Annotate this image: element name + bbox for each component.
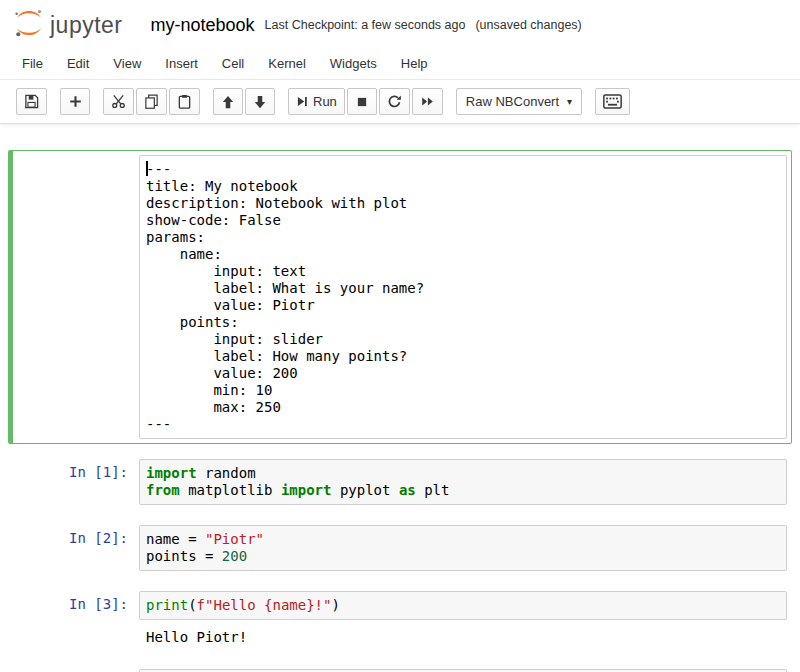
cell-output: Hello Piotr!: [17, 620, 787, 649]
copy-icon: [144, 94, 159, 109]
cell-type-dropdown[interactable]: Raw NBConvert ▾: [456, 88, 582, 115]
input-prompt: In [2]:: [17, 525, 139, 571]
toolbar: Run Raw NBConvert ▾: [0, 80, 800, 124]
save-icon: [24, 94, 39, 109]
move-up-icon: [221, 95, 235, 109]
input-prompt: In [1]:: [17, 459, 139, 505]
raw-cell[interactable]: ---title: My notebookdescription: Notebo…: [8, 150, 792, 444]
add-cell-icon: [69, 95, 82, 108]
run-button[interactable]: Run: [288, 88, 345, 115]
menu-cell[interactable]: Cell: [210, 48, 256, 79]
jupyter-app: jupyter my-notebook Last Checkpoint: a f…: [0, 0, 800, 672]
paste-icon: [177, 94, 192, 109]
jupyter-planet-icon: [14, 8, 44, 42]
stop-icon: [356, 96, 368, 108]
menu-file[interactable]: File: [10, 48, 55, 79]
cut-icon: [111, 94, 126, 109]
cut-cell-button[interactable]: [103, 88, 134, 115]
code-cell[interactable]: In [2]:name = "Piotr"points = 200: [8, 520, 792, 576]
copy-cell-button[interactable]: [136, 88, 167, 115]
interrupt-kernel-button[interactable]: [347, 88, 377, 115]
cell-editor[interactable]: name = "Piotr"points = 200: [139, 525, 787, 571]
cell-type-value: Raw NBConvert: [466, 94, 559, 109]
menu-help[interactable]: Help: [389, 48, 440, 79]
move-cell-down-button[interactable]: [245, 88, 275, 115]
move-cell-up-button[interactable]: [213, 88, 243, 115]
notebook: ---title: My notebookdescription: Notebo…: [0, 124, 800, 672]
menu-bar: FileEditViewInsertCellKernelWidgetsHelp: [0, 48, 800, 80]
jupyter-logo-text: jupyter: [50, 12, 123, 39]
menu-insert[interactable]: Insert: [153, 48, 210, 79]
input-prompt: [17, 155, 139, 439]
menu-view[interactable]: View: [101, 48, 153, 79]
restart-run-all-icon: [420, 95, 435, 108]
input-prompt: In [3]:: [17, 591, 139, 620]
save-button[interactable]: [16, 88, 47, 115]
run-icon: [296, 95, 308, 108]
keyboard-icon: [603, 94, 622, 109]
command-palette-button[interactable]: [595, 88, 630, 115]
run-button-label: Run: [313, 94, 337, 109]
restart-kernel-button[interactable]: [379, 88, 410, 115]
dropdown-caret-icon: ▾: [567, 96, 572, 107]
cell-editor[interactable]: import randomfrom matplotlib import pypl…: [139, 459, 787, 505]
move-down-icon: [253, 95, 267, 109]
output-text: Hello Piotr!: [139, 620, 251, 649]
menu-edit[interactable]: Edit: [55, 48, 101, 79]
checkpoint-status: Last Checkpoint: a few seconds ago: [265, 18, 466, 32]
code-cell[interactable]: In [4]:plt.figure(figsize=(10, 7))x = [r…: [8, 664, 792, 672]
code-cell[interactable]: In [1]:import randomfrom matplotlib impo…: [8, 454, 792, 510]
unsaved-changes-indicator: (unsaved changes): [475, 18, 581, 32]
paste-cell-button[interactable]: [169, 88, 200, 115]
jupyter-logo[interactable]: jupyter: [14, 8, 123, 42]
notebook-title[interactable]: my-notebook: [151, 15, 255, 36]
menu-widgets[interactable]: Widgets: [318, 48, 389, 79]
menu-kernel[interactable]: Kernel: [256, 48, 318, 79]
output-prompt: [17, 620, 139, 649]
restart-run-all-button[interactable]: [412, 88, 443, 115]
insert-cell-below-button[interactable]: [60, 88, 90, 115]
code-cell[interactable]: In [3]:print(f"Hello {name}!")Hello Piot…: [8, 586, 792, 654]
cell-editor[interactable]: ---title: My notebookdescription: Notebo…: [139, 155, 787, 439]
header: jupyter my-notebook Last Checkpoint: a f…: [0, 0, 800, 48]
cell-editor[interactable]: print(f"Hello {name}!"): [139, 591, 787, 620]
restart-kernel-icon: [387, 94, 402, 109]
